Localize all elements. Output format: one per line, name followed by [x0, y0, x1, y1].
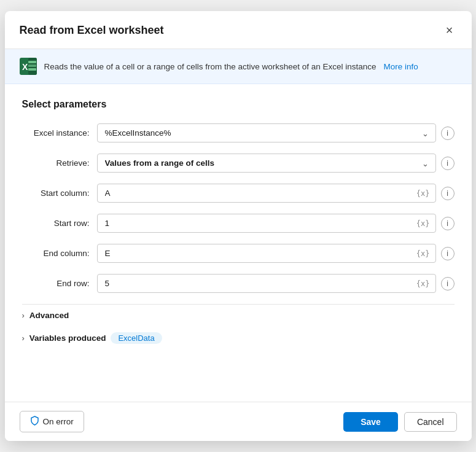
start-row-control: {x} i [97, 214, 455, 233]
advanced-section[interactable]: › Advanced [22, 304, 455, 326]
end-column-control: {x} i [97, 244, 455, 263]
on-error-label: On error [43, 417, 74, 426]
chevron-right-icon-vars: › [22, 333, 25, 343]
start-row-input-wrap: {x} [97, 214, 436, 233]
more-info-link[interactable]: More info [384, 62, 418, 71]
cancel-button[interactable]: Cancel [404, 412, 457, 432]
info-icon-retrieve: i [447, 159, 448, 168]
retrieve-select[interactable]: Value from a single cell Values from a r… [97, 154, 436, 173]
start-row-input[interactable] [97, 214, 436, 233]
info-icon: i [447, 129, 448, 138]
svg-rect-3 [28, 61, 36, 63]
start-column-control: {x} i [97, 184, 455, 203]
end-row-info-button[interactable]: i [441, 277, 455, 290]
end-column-row: End column: {x} i [22, 244, 455, 263]
dialog-footer: On error Save Cancel [5, 402, 472, 441]
retrieve-row: Retrieve: Value from a single cell Value… [22, 154, 455, 173]
footer-right: Save Cancel [343, 412, 456, 432]
end-row-input[interactable] [97, 274, 436, 293]
start-column-label: Start column: [22, 189, 90, 198]
excel-instance-label: Excel instance: [22, 128, 90, 138]
svg-text:X: X [22, 62, 28, 72]
end-column-input[interactable] [97, 244, 436, 263]
close-button[interactable]: × [442, 22, 457, 39]
dialog-body: Select parameters Excel instance: %Excel… [5, 84, 472, 402]
excel-instance-control: %ExcelInstance% ⌄ i [97, 123, 455, 142]
start-column-row: Start column: {x} i [22, 184, 455, 203]
end-column-label: End column: [22, 249, 90, 258]
start-column-info-button[interactable]: i [441, 187, 455, 200]
excel-instance-row: Excel instance: %ExcelInstance% ⌄ i [22, 123, 455, 142]
save-button[interactable]: Save [343, 412, 398, 432]
end-row-input-wrap: {x} [97, 274, 436, 293]
svg-rect-5 [28, 68, 36, 71]
footer-left: On error [20, 411, 84, 432]
chevron-right-icon: › [22, 311, 25, 320]
start-row-row: Start row: {x} i [22, 214, 455, 233]
close-icon: × [446, 23, 453, 37]
variables-badge: ExcelData [111, 332, 162, 344]
section-title: Select parameters [22, 99, 455, 110]
info-icon-start-col: i [447, 189, 448, 198]
excel-instance-select-wrapper: %ExcelInstance% ⌄ [97, 123, 436, 142]
dialog-title: Read from Excel worksheet [20, 24, 164, 37]
retrieve-label: Retrieve: [22, 158, 90, 168]
shield-icon [30, 416, 39, 427]
banner-description: Reads the value of a cell or a range of … [44, 62, 377, 71]
end-row-label: End row: [22, 279, 90, 288]
retrieve-info-button[interactable]: i [441, 157, 455, 170]
start-column-input[interactable] [97, 184, 436, 203]
start-column-input-wrap: {x} [97, 184, 436, 203]
end-row-control: {x} i [97, 274, 455, 293]
excel-icon: X [20, 58, 37, 75]
info-icon-end-col: i [447, 249, 448, 258]
dialog-header: Read from Excel worksheet × [5, 11, 472, 49]
retrieve-select-wrapper: Value from a single cell Values from a r… [97, 154, 436, 173]
on-error-button[interactable]: On error [20, 411, 84, 432]
end-column-input-wrap: {x} [97, 244, 436, 263]
excel-instance-select[interactable]: %ExcelInstance% [97, 123, 436, 142]
info-icon-start-row: i [447, 219, 448, 228]
start-row-label: Start row: [22, 219, 90, 228]
advanced-label: Advanced [29, 311, 69, 320]
svg-rect-4 [28, 64, 36, 67]
info-icon-end-row: i [447, 279, 448, 288]
end-column-info-button[interactable]: i [441, 247, 455, 260]
variables-section: › Variables produced ExcelData [22, 326, 455, 350]
retrieve-control: Value from a single cell Values from a r… [97, 154, 455, 173]
variables-label: Variables produced [29, 333, 106, 343]
read-excel-dialog: Read from Excel worksheet × X Reads the … [5, 11, 472, 441]
end-row-row: End row: {x} i [22, 274, 455, 293]
excel-instance-info-button[interactable]: i [441, 127, 455, 140]
info-banner: X Reads the value of a cell or a range o… [5, 49, 472, 84]
start-row-info-button[interactable]: i [441, 217, 455, 230]
